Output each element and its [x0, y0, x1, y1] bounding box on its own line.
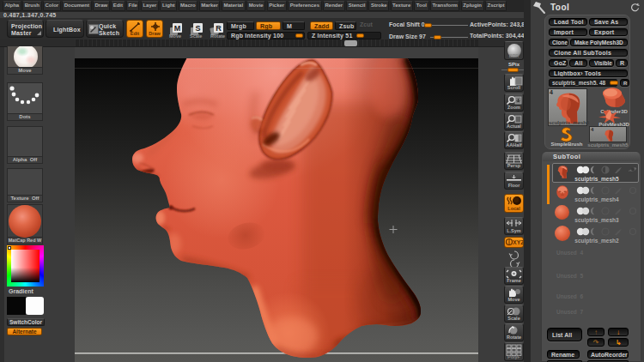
svg-text:M: M — [174, 24, 181, 33]
svg-text:S: S — [195, 24, 200, 33]
svg-text:XYZ: XYZ — [513, 239, 523, 245]
svg-text:R: R — [216, 24, 222, 33]
